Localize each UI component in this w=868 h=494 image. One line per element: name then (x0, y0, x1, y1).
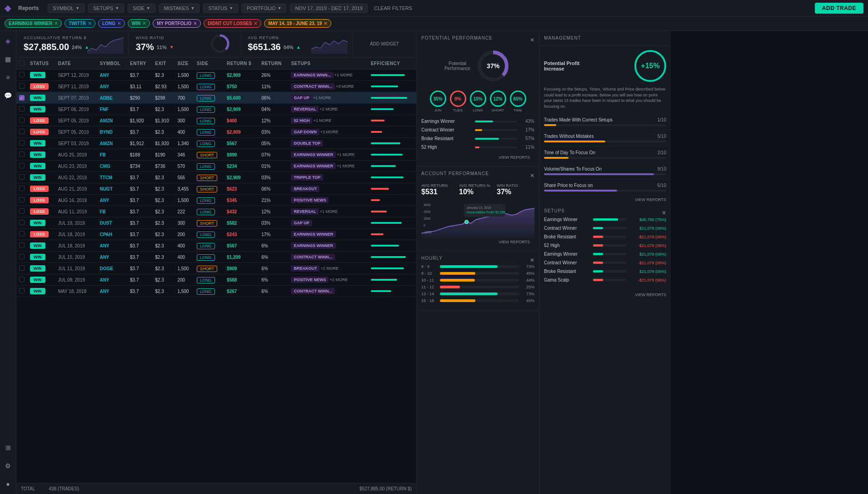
status-filter[interactable]: STATUS ▼ (203, 4, 238, 13)
sidebar-item-chat[interactable]: 💬 (3, 90, 14, 101)
row-checkbox[interactable] (19, 83, 25, 89)
portfolio-filter[interactable]: PORTFOLIO ▼ (242, 4, 286, 13)
close-icon[interactable]: ✕ (662, 210, 666, 216)
close-icon[interactable]: ✕ (530, 172, 534, 179)
row-checkbox[interactable] (19, 254, 25, 259)
view-reports-mgmt-button[interactable]: VIEW REPORTS (539, 196, 671, 204)
setups-cell: EARNINGS WINN...+1 MORE (288, 70, 368, 81)
sidebar-item-chart[interactable]: ▦ (3, 54, 14, 65)
return-pct-cell: 6% (259, 286, 288, 297)
col-symbol[interactable]: SYMBOL (97, 57, 127, 70)
row-checkbox[interactable] (19, 106, 25, 111)
table-row[interactable]: WIN AUG 22, 2019 TTCM $3.7 $2.3 566 SHOR… (16, 172, 416, 183)
sidebar-item-settings[interactable]: ⚙ (3, 460, 14, 471)
view-reports-account-button[interactable]: VIEW REPORTS (421, 238, 534, 246)
tag-didnt-cut-losses[interactable]: DIDNT CUT LOSSES ✕ (204, 19, 261, 28)
table-row[interactable]: WIN SEPT 12, 2019 ANY $3.7 $2.3 1,500 LO… (16, 70, 416, 81)
view-reports-setups-button[interactable]: VIEW REPORTS (539, 291, 671, 299)
table-row[interactable]: WIN JUL 09, 2019 ANY $3.7 $2.3 200 LONG … (16, 274, 416, 286)
clear-filters-button[interactable]: CLEAR FILTERS (371, 4, 415, 12)
row-checkbox[interactable] (19, 288, 25, 293)
col-date[interactable]: DATE (55, 57, 97, 70)
date-cell: SEPT 05, 2019 (55, 126, 97, 138)
side-badge: LONG (197, 197, 215, 204)
table-row[interactable]: WIN SEPT 03, 2019 AMZN $1,912 $1,920 1,3… (16, 138, 416, 149)
table-row[interactable]: WIN AUG 25, 2019 FB $188 $190 346 SHORT … (16, 149, 416, 161)
table-row[interactable]: WIN JUL 18, 2019 DUST $3.7 $2.3 300 SHOR… (16, 217, 416, 229)
table-row[interactable]: WIN JUL 18, 2019 ANY $3.7 $2.3 400 LONG … (16, 240, 416, 252)
row-checkbox[interactable] (19, 220, 25, 225)
table-row[interactable]: LOSS SEPT 05, 2019 BYND $3.7 $2.3 400 LO… (16, 126, 416, 138)
tag-twittr[interactable]: TWITTR ✕ (65, 19, 95, 28)
row-checkbox[interactable] (19, 197, 25, 202)
col-entry[interactable]: ENTRY (127, 57, 152, 70)
trade-table-container[interactable]: STATUS DATE SYMBOL ENTRY EXIT SIZE SIDE … (16, 57, 416, 483)
table-row[interactable]: LOSS AUG 11, 2019 FB $3.7 $2.3 222 LONG … (16, 206, 416, 217)
table-row[interactable]: LOSS SEPT 05, 2019 AMZN $1,920 $1,910 30… (16, 115, 416, 126)
close-icon[interactable]: ✕ (530, 257, 534, 263)
row-checkbox[interactable] (19, 163, 25, 168)
mistakes-filter[interactable]: MISTAKES ▼ (159, 4, 200, 13)
close-icon[interactable]: ✕ (193, 21, 197, 26)
table-row[interactable]: LOSS AUG 16, 2019 ANY $3.7 $2.3 1,500 LO… (16, 195, 416, 206)
table-row[interactable]: LOSS JUL 18, 2019 CPAH $3.7 $2.3 200 LON… (16, 229, 416, 240)
close-icon[interactable]: ✕ (254, 21, 257, 26)
add-trade-button[interactable]: ADD TRADE (815, 3, 863, 14)
add-widget-button[interactable]: ADD WIDGET (370, 41, 399, 46)
potential-profit-section: Potential Profit Increase +15% (539, 45, 671, 86)
view-reports-button[interactable]: VIEW REPORTS (421, 153, 534, 161)
symbol-filter[interactable]: SYMBOL ▼ (48, 4, 85, 13)
table-row[interactable]: WIN JUL 15, 2019 ANY $3.7 $2.3 400 LONG … (16, 252, 416, 263)
date-range-picker[interactable]: NOV 17, 2019 - DEC 17, 2019 (290, 4, 368, 13)
setups-cell: 52 HIGH+1 MORE (288, 115, 368, 126)
close-icon[interactable]: ✕ (117, 21, 121, 26)
col-return-dollar[interactable]: RETURN $ (224, 57, 259, 70)
table-row[interactable]: WIN JUL 11, 2019 DOGE $3.7 $2.3 1,500 SH… (16, 263, 416, 274)
col-efficiency[interactable]: EFFICIENCY (368, 57, 416, 70)
row-checkbox[interactable] (19, 242, 25, 248)
row-checkbox[interactable] (19, 151, 25, 157)
col-exit[interactable]: EXIT (152, 57, 175, 70)
col-status[interactable]: STATUS (27, 57, 55, 70)
close-icon[interactable]: ✕ (142, 21, 146, 26)
tag-win[interactable]: WIN ✕ (128, 19, 150, 28)
symbol-cell: DUST (97, 217, 127, 229)
row-checkbox[interactable] (19, 129, 25, 134)
row-checkbox[interactable] (19, 117, 25, 123)
table-row[interactable]: ✓ WIN SEPT 07, 2019 ADBE $290 $298 700 L… (16, 92, 416, 104)
col-setups[interactable]: SETUPS (288, 57, 368, 70)
table-row[interactable]: LOSS SEPT 11, 2019 ANY $3.11 $2.93 1,500… (16, 81, 416, 92)
side-filter[interactable]: SIDE ▼ (128, 4, 155, 13)
select-all-checkbox[interactable] (19, 60, 25, 66)
tag-earnings-winner[interactable]: EARNINGS WINNER ✕ (5, 19, 62, 28)
row-checkbox[interactable] (19, 140, 25, 146)
sidebar-item-dashboard[interactable]: ◈ (3, 35, 14, 46)
tag-date-range[interactable]: MAY 14, 19 - JUNE 23, 19 ✕ (264, 19, 331, 28)
row-checkbox[interactable] (19, 72, 25, 77)
table-row[interactable]: WIN SEPT 06, 2019 FNF $3.7 $2.3 1,500 LO… (16, 104, 416, 115)
close-icon[interactable]: ✕ (324, 21, 327, 26)
table-row[interactable]: WIN MAY 18, 2018 ANY $3.7 $2.3 1,500 LON… (16, 286, 416, 297)
col-return-pct[interactable]: RETURN (259, 57, 288, 70)
close-icon[interactable]: ✕ (88, 21, 91, 26)
table-row[interactable]: LOSS AUG 21, 2019 NUGT $3.7 $2.3 3,455 S… (16, 183, 416, 195)
row-checkbox[interactable] (19, 277, 25, 282)
col-size[interactable]: SIZE (175, 57, 194, 70)
sidebar-item-grid[interactable]: ⊞ (3, 442, 14, 453)
row-checkbox[interactable] (19, 231, 25, 237)
row-checkbox[interactable] (19, 208, 25, 214)
setups-filter[interactable]: SETUPS ▼ (88, 4, 124, 13)
close-icon[interactable]: ✕ (54, 21, 58, 26)
col-side[interactable]: SIDE (194, 57, 224, 70)
sidebar-item-list[interactable]: ≡ (3, 72, 14, 83)
tag-my-portfolio[interactable]: MY PORTFOLIO ✕ (153, 19, 201, 28)
row-checkbox[interactable]: ✓ (19, 95, 25, 101)
sidebar-item-profile[interactable]: ● (3, 479, 14, 489)
row-checkbox[interactable] (19, 265, 25, 271)
close-icon[interactable]: ✕ (530, 37, 534, 43)
table-row[interactable]: WIN AUG 23, 2019 CMG $734 $736 570 LONG … (16, 161, 416, 172)
row-checkbox[interactable] (19, 174, 25, 180)
tag-long[interactable]: LONG ✕ (98, 19, 125, 28)
row-checkbox[interactable] (19, 186, 25, 191)
summary-cards: ACCUMULATIVE RETURN $ $27,885.00 24% ▲ W… (16, 31, 416, 57)
